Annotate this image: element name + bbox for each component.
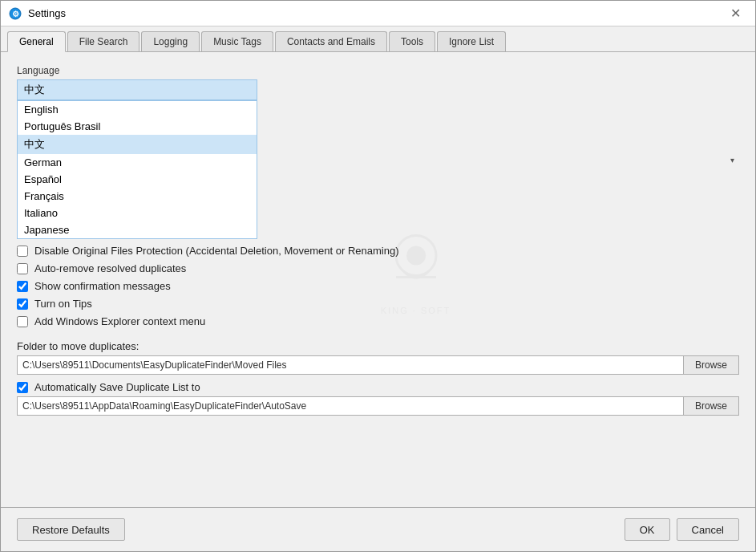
chevron-down-icon: ▾ — [730, 155, 734, 164]
main-content: KING · SOFT Language 中文 ▾ English Portug… — [1, 52, 755, 507]
tab-tools[interactable]: Tools — [389, 31, 435, 51]
svg-text:⚙: ⚙ — [12, 10, 19, 18]
list-item[interactable]: Italiano — [18, 205, 257, 221]
checkbox-auto-remove[interactable] — [17, 263, 28, 274]
language-dropdown[interactable]: 中文 — [17, 79, 257, 100]
autosave-checkbox-row: Automatically Save Duplicate List to — [17, 381, 739, 393]
checkbox-row-tips: Turn on Tips — [17, 298, 739, 310]
checkbox-label-context-menu: Add Windows Explorer context menu — [34, 315, 205, 327]
app-icon: ⚙ — [9, 7, 22, 20]
checkbox-label-auto-remove: Auto-remove resolved duplicates — [34, 262, 186, 274]
footer-right-buttons: OK Cancel — [625, 518, 739, 541]
footer: Restore Defaults OK Cancel — [1, 507, 755, 551]
folder-row: Browse — [17, 355, 739, 375]
tab-music-tags[interactable]: Music Tags — [201, 31, 273, 51]
checkbox-tips[interactable] — [17, 298, 28, 310]
autosave-browse-button[interactable]: Browse — [684, 396, 739, 416]
ok-button[interactable]: OK — [625, 518, 670, 541]
tab-general[interactable]: General — [7, 31, 66, 52]
list-item[interactable]: Português Brasil — [18, 118, 257, 135]
checkbox-disable-protection[interactable] — [17, 246, 28, 257]
checkbox-label-tips: Turn on Tips — [34, 298, 92, 310]
list-item[interactable]: Japanese — [18, 221, 257, 238]
tab-contacts-emails[interactable]: Contacts and Emails — [275, 31, 387, 51]
list-item[interactable]: 中文 — [18, 135, 257, 154]
checkbox-row-disable-protection: Disable Original Files Protection (Accid… — [17, 245, 739, 257]
tab-logging[interactable]: Logging — [141, 31, 200, 51]
language-list-inner[interactable]: English Português Brasil 中文 German Españ… — [18, 101, 257, 238]
checkbox-row-show-confirmation: Show confirmation messages — [17, 280, 739, 292]
cancel-button[interactable]: Cancel — [677, 518, 739, 541]
autosave-label: Automatically Save Duplicate List to — [34, 381, 200, 393]
checkbox-context-menu[interactable] — [17, 316, 28, 327]
checkbox-row-auto-remove: Auto-remove resolved duplicates — [17, 262, 739, 274]
browse-button[interactable]: Browse — [684, 355, 739, 375]
restore-defaults-button[interactable]: Restore Defaults — [17, 518, 125, 541]
title-bar: ⚙ Settings ✕ — [1, 1, 755, 26]
folder-section: Folder to move duplicates: Browse Automa… — [17, 340, 739, 416]
list-item[interactable]: German — [18, 154, 257, 171]
language-label: Language — [17, 65, 739, 76]
autosave-path-input[interactable] — [17, 396, 684, 416]
language-dropdown-wrapper: 中文 ▾ English Português Brasil 中文 German … — [17, 79, 739, 239]
close-button[interactable]: ✕ — [723, 6, 747, 22]
tabs-bar: General File Search Logging Music Tags C… — [1, 26, 755, 52]
checkbox-label-show-confirmation: Show confirmation messages — [34, 280, 171, 292]
checkbox-row-context-menu: Add Windows Explorer context menu — [17, 315, 739, 327]
language-list: English Português Brasil 中文 German Españ… — [17, 100, 257, 239]
folder-label: Folder to move duplicates: — [17, 340, 739, 352]
list-item[interactable]: Français — [18, 188, 257, 205]
window-title: Settings — [28, 7, 723, 19]
language-selected: 中文 — [24, 83, 45, 97]
folder-path-input[interactable] — [17, 355, 684, 375]
checkbox-autosave[interactable] — [17, 382, 28, 393]
settings-window: ⚙ Settings ✕ General File Search Logging… — [0, 0, 756, 552]
list-item[interactable]: Español — [18, 171, 257, 188]
list-item[interactable]: English — [18, 101, 257, 118]
autosave-folder-row: Browse — [17, 396, 739, 416]
checkbox-label-disable-protection: Disable Original Files Protection (Accid… — [34, 245, 398, 257]
tab-ignore-list[interactable]: Ignore List — [437, 31, 506, 51]
checkbox-show-confirmation[interactable] — [17, 281, 28, 292]
tab-file-search[interactable]: File Search — [67, 31, 140, 51]
